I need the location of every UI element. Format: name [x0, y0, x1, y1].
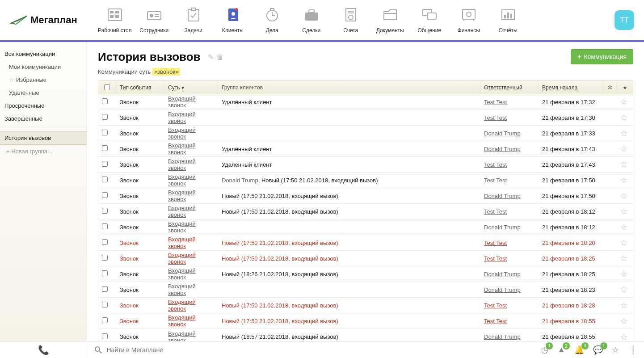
th-star[interactable]: ★	[617, 81, 633, 94]
table-row[interactable]: ЗвонокВходящий звонокDonald Trump, Новый…	[98, 173, 633, 188]
table-row[interactable]: ЗвонокВходящий звонокНовый (18:57 21.02.…	[98, 329, 633, 341]
star-icon[interactable]: ☆	[620, 97, 627, 106]
star-icon[interactable]: ☆	[620, 223, 627, 232]
nav-employees[interactable]: Сотрудники	[135, 7, 174, 34]
trash-icon[interactable]: 🗑	[216, 53, 223, 61]
sidebar-add-group[interactable]: + Новая группа...	[0, 145, 87, 158]
call-link[interactable]: Входящий звонок	[168, 220, 196, 234]
responsible-link[interactable]: Donald Trump	[484, 146, 521, 152]
sidebar-item-deleted[interactable]: Удаленные	[0, 86, 87, 99]
responsible-link[interactable]: Test Test	[484, 302, 507, 309]
nav-reports[interactable]: Отчёты	[488, 7, 528, 34]
nav-clients[interactable]: Клиенты	[213, 7, 253, 34]
sidebar-item-overdue[interactable]: Просроченные	[0, 99, 87, 112]
star-icon[interactable]: ☆	[620, 113, 627, 122]
nav-chat[interactable]: Общение	[410, 7, 449, 34]
responsible-link[interactable]: Test Test	[484, 208, 507, 215]
row-checkbox[interactable]	[102, 255, 108, 261]
star-icon[interactable]: ☆	[620, 301, 627, 310]
table-row[interactable]: ЗвонокВходящий звонокУдалённый клиентTes…	[98, 94, 633, 110]
table-row[interactable]: ЗвонокВходящий звонокDonald Trump21 февр…	[98, 282, 633, 298]
nav-desktop[interactable]: Рабочий стол	[95, 7, 135, 34]
sidebar-item-history[interactable]: История вызовов	[0, 131, 87, 145]
logo[interactable]: Мегаплан	[10, 14, 77, 26]
table-row[interactable]: ЗвонокВходящий звонокНовый (17:50 21.02.…	[98, 235, 633, 251]
star-icon[interactable]: ☆	[620, 191, 627, 200]
call-link[interactable]: Входящий звонок	[168, 126, 196, 140]
responsible-link[interactable]: Donald Trump	[484, 130, 521, 137]
th-essence[interactable]: Суть▾	[164, 81, 218, 94]
create-communication-button[interactable]: Коммуникация	[571, 49, 633, 64]
table-row[interactable]: ЗвонокВходящий звонокУдалённый клиентTes…	[98, 157, 633, 173]
table-row[interactable]: ЗвонокВходящий звонокНовый (17:50 21.02.…	[98, 313, 633, 329]
responsible-link[interactable]: Test Test	[484, 318, 507, 324]
star-icon[interactable]: ☆	[620, 129, 627, 138]
responsible-link[interactable]: Donald Trump	[484, 193, 521, 199]
call-link[interactable]: Входящий звонок	[168, 314, 196, 328]
call-link[interactable]: Входящий звонок	[168, 236, 196, 249]
table-row[interactable]: ЗвонокВходящий звонокУдалённый клиентDon…	[98, 141, 633, 157]
th-client-group[interactable]: Группа клиентов	[218, 81, 480, 94]
select-all-checkbox[interactable]	[104, 84, 110, 90]
responsible-link[interactable]: Donald Trump	[484, 333, 521, 340]
sidebar-item-favorites[interactable]: Избранные	[0, 73, 87, 86]
nav-deals[interactable]: Сделки	[292, 7, 331, 34]
row-checkbox[interactable]	[102, 98, 108, 104]
table-row[interactable]: ЗвонокВходящий звонокНовый (17:50 21.02.…	[98, 298, 633, 313]
star-icon[interactable]: ☆	[620, 316, 627, 325]
star-icon[interactable]: ☆	[620, 254, 627, 263]
row-checkbox[interactable]	[102, 114, 108, 120]
sidebar-item-all[interactable]: Все коммуникации	[0, 47, 87, 60]
call-link[interactable]: Входящий звонок	[168, 173, 196, 187]
table-row[interactable]: ЗвонокВходящий звонокНовый (18:26 21.02.…	[98, 266, 633, 282]
call-link[interactable]: Входящий звонок	[168, 330, 196, 341]
th-event-type[interactable]: Тип события	[116, 81, 164, 94]
nav-affairs[interactable]: Дела	[253, 7, 292, 34]
call-link[interactable]: Входящий звонок	[168, 158, 196, 171]
call-link[interactable]: Входящий звонок	[168, 95, 196, 109]
call-link[interactable]: Входящий звонок	[168, 299, 196, 312]
star-icon[interactable]: ☆	[620, 238, 627, 247]
table-row[interactable]: ЗвонокВходящий звонокDonald Trump21 февр…	[98, 126, 633, 141]
sidebar-item-done[interactable]: Завершенные	[0, 112, 87, 125]
call-link[interactable]: Входящий звонок	[168, 205, 196, 218]
nav-documents[interactable]: Документы	[370, 7, 410, 34]
call-link[interactable]: Входящий звонок	[168, 283, 196, 296]
row-checkbox[interactable]	[102, 223, 108, 229]
table-row[interactable]: ЗвонокВходящий звонокНовый (17:50 21.02.…	[98, 251, 633, 266]
row-checkbox[interactable]	[102, 177, 108, 182]
avatar[interactable]: ТТ	[615, 10, 634, 30]
th-gear[interactable]: ✲	[603, 81, 617, 94]
call-link[interactable]: Входящий звонок	[168, 252, 196, 265]
nav-tasks[interactable]: Задачи	[174, 7, 213, 34]
table-row[interactable]: ЗвонокВходящий звонокНовый (17:50 21.02.…	[98, 188, 633, 204]
call-link[interactable]: Входящий звонок	[168, 267, 196, 281]
star-icon[interactable]: ☆	[620, 270, 627, 278]
th-checkbox[interactable]	[98, 81, 116, 94]
nav-finance[interactable]: Финансы	[449, 7, 488, 34]
row-checkbox[interactable]	[102, 192, 108, 198]
row-checkbox[interactable]	[102, 317, 108, 323]
star-icon[interactable]: ☆	[620, 333, 627, 341]
client-link[interactable]: Donald Trump	[222, 177, 258, 184]
responsible-link[interactable]: Donald Trump	[484, 271, 521, 278]
row-checkbox[interactable]	[102, 145, 108, 151]
call-link[interactable]: Входящий звонок	[168, 189, 196, 202]
table-row[interactable]: ЗвонокВходящий звонокDonald Trump21 февр…	[98, 219, 633, 235]
responsible-link[interactable]: Donald Trump	[484, 286, 521, 293]
star-icon[interactable]: ☆	[620, 160, 627, 169]
star-icon[interactable]: ☆	[620, 144, 627, 153]
th-responsible[interactable]: Ответственный	[480, 81, 539, 94]
row-checkbox[interactable]	[102, 333, 108, 339]
row-checkbox[interactable]	[102, 239, 108, 245]
row-checkbox[interactable]	[102, 161, 108, 167]
edit-icon[interactable]: ✎	[208, 53, 214, 61]
row-checkbox[interactable]	[102, 208, 108, 214]
row-checkbox[interactable]	[102, 286, 108, 292]
call-link[interactable]: Входящий звонок	[168, 142, 196, 156]
responsible-link[interactable]: Donald Trump	[484, 224, 521, 231]
star-icon[interactable]: ☆	[620, 176, 627, 185]
row-checkbox[interactable]	[102, 302, 108, 307]
responsible-link[interactable]: Test Test	[484, 114, 507, 121]
star-icon[interactable]: ☆	[620, 285, 627, 294]
